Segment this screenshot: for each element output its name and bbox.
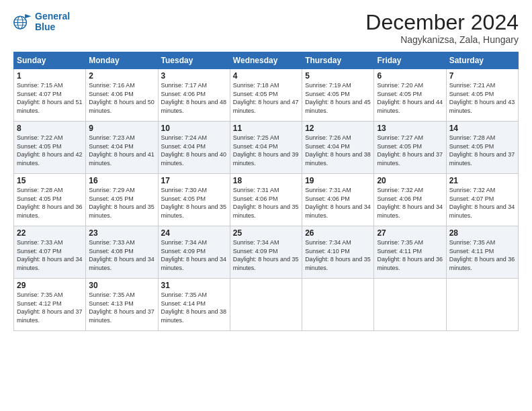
header: General Blue December 2024 Nagykanizsa, … [13, 11, 519, 45]
day-cell-29: 29 Sunrise: 7:35 AMSunset: 4:12 PMDaylig… [14, 279, 86, 331]
cell-info: Sunrise: 7:25 AMSunset: 4:04 PMDaylight:… [233, 134, 299, 167]
cell-info: Sunrise: 7:32 AMSunset: 4:07 PMDaylight:… [449, 187, 515, 219]
day-cell-15: 15 Sunrise: 7:28 AMSunset: 4:05 PMDaylig… [14, 174, 86, 226]
cell-info: Sunrise: 7:34 AMSunset: 4:09 PMDaylight:… [233, 239, 299, 271]
week-row-1: 1 Sunrise: 7:15 AMSunset: 4:07 PMDayligh… [14, 69, 519, 122]
day-cell-31: 31 Sunrise: 7:35 AMSunset: 4:14 PMDaylig… [158, 279, 230, 331]
day-number: 23 [89, 228, 154, 238]
col-header-sunday: Sunday [14, 52, 86, 69]
day-cell-3: 3 Sunrise: 7:17 AMSunset: 4:06 PMDayligh… [158, 69, 230, 122]
day-number: 28 [449, 228, 515, 238]
day-number: 5 [305, 71, 371, 81]
day-number: 14 [449, 124, 515, 133]
empty-cell [446, 279, 518, 331]
cell-info: Sunrise: 7:35 AMSunset: 4:11 PMDaylight:… [449, 239, 515, 271]
day-number: 1 [17, 71, 83, 81]
day-cell-24: 24 Sunrise: 7:34 AMSunset: 4:09 PMDaylig… [158, 226, 230, 279]
day-cell-19: 19 Sunrise: 7:31 AMSunset: 4:06 PMDaylig… [302, 174, 374, 226]
day-cell-28: 28 Sunrise: 7:35 AMSunset: 4:11 PMDaylig… [446, 226, 518, 279]
day-number: 16 [89, 176, 154, 185]
cell-info: Sunrise: 7:32 AMSunset: 4:06 PMDaylight:… [377, 187, 443, 219]
day-cell-12: 12 Sunrise: 7:26 AMSunset: 4:04 PMDaylig… [302, 122, 374, 174]
day-number: 4 [233, 71, 299, 81]
day-number: 24 [161, 228, 227, 238]
cell-info: Sunrise: 7:28 AMSunset: 4:05 PMDaylight:… [449, 134, 515, 167]
cell-info: Sunrise: 7:15 AMSunset: 4:07 PMDaylight:… [17, 82, 83, 114]
day-number: 25 [233, 228, 299, 238]
day-number: 11 [233, 124, 299, 133]
empty-cell [302, 279, 374, 331]
cell-info: Sunrise: 7:22 AMSunset: 4:05 PMDaylight:… [17, 134, 83, 167]
day-cell-26: 26 Sunrise: 7:34 AMSunset: 4:10 PMDaylig… [302, 226, 374, 279]
day-cell-4: 4 Sunrise: 7:18 AMSunset: 4:05 PMDayligh… [230, 69, 302, 122]
day-number: 15 [17, 176, 83, 185]
day-cell-5: 5 Sunrise: 7:19 AMSunset: 4:05 PMDayligh… [302, 69, 374, 122]
logo-icon [13, 12, 32, 31]
day-number: 7 [449, 71, 515, 81]
day-number: 8 [17, 124, 83, 133]
day-cell-30: 30 Sunrise: 7:35 AMSunset: 4:13 PMDaylig… [86, 279, 158, 331]
col-header-wednesday: Wednesday [230, 52, 302, 69]
day-cell-21: 21 Sunrise: 7:32 AMSunset: 4:07 PMDaylig… [446, 174, 518, 226]
day-cell-2: 2 Sunrise: 7:16 AMSunset: 4:06 PMDayligh… [86, 69, 158, 122]
day-cell-18: 18 Sunrise: 7:31 AMSunset: 4:06 PMDaylig… [230, 174, 302, 226]
col-header-friday: Friday [374, 52, 446, 69]
cell-info: Sunrise: 7:34 AMSunset: 4:09 PMDaylight:… [161, 239, 227, 271]
day-number: 17 [161, 176, 227, 185]
cell-info: Sunrise: 7:35 AMSunset: 4:14 PMDaylight:… [161, 291, 227, 324]
day-cell-7: 7 Sunrise: 7:21 AMSunset: 4:05 PMDayligh… [446, 69, 518, 122]
day-cell-13: 13 Sunrise: 7:27 AMSunset: 4:05 PMDaylig… [374, 122, 446, 174]
empty-cell [374, 279, 446, 331]
day-number: 2 [89, 71, 154, 81]
col-header-monday: Monday [86, 52, 158, 69]
cell-info: Sunrise: 7:19 AMSunset: 4:05 PMDaylight:… [305, 82, 371, 114]
cell-info: Sunrise: 7:23 AMSunset: 4:04 PMDaylight:… [89, 134, 154, 167]
day-cell-10: 10 Sunrise: 7:24 AMSunset: 4:04 PMDaylig… [158, 122, 230, 174]
day-cell-6: 6 Sunrise: 7:20 AMSunset: 4:05 PMDayligh… [374, 69, 446, 122]
cell-info: Sunrise: 7:35 AMSunset: 4:11 PMDaylight:… [377, 239, 443, 271]
location-subtitle: Nagykanizsa, Zala, Hungary [365, 34, 519, 45]
cell-info: Sunrise: 7:31 AMSunset: 4:06 PMDaylight:… [233, 187, 299, 219]
cell-info: Sunrise: 7:18 AMSunset: 4:05 PMDaylight:… [233, 82, 299, 114]
day-number: 21 [449, 176, 515, 185]
day-cell-17: 17 Sunrise: 7:30 AMSunset: 4:05 PMDaylig… [158, 174, 230, 226]
day-cell-9: 9 Sunrise: 7:23 AMSunset: 4:04 PMDayligh… [86, 122, 158, 174]
cell-info: Sunrise: 7:26 AMSunset: 4:04 PMDaylight:… [305, 134, 371, 167]
day-number: 13 [377, 124, 443, 133]
logo-text: General Blue [35, 11, 70, 32]
day-number: 30 [89, 281, 154, 290]
week-row-4: 22 Sunrise: 7:33 AMSunset: 4:07 PMDaylig… [14, 226, 519, 279]
cell-info: Sunrise: 7:33 AMSunset: 4:07 PMDaylight:… [17, 239, 83, 271]
cell-info: Sunrise: 7:24 AMSunset: 4:04 PMDaylight:… [161, 134, 227, 167]
cell-info: Sunrise: 7:35 AMSunset: 4:13 PMDaylight:… [89, 291, 154, 324]
week-row-2: 8 Sunrise: 7:22 AMSunset: 4:05 PMDayligh… [14, 122, 519, 174]
cell-info: Sunrise: 7:30 AMSunset: 4:05 PMDaylight:… [161, 187, 227, 219]
day-number: 20 [377, 176, 443, 185]
day-number: 6 [377, 71, 443, 81]
empty-cell [230, 279, 302, 331]
day-number: 29 [17, 281, 83, 290]
day-cell-27: 27 Sunrise: 7:35 AMSunset: 4:11 PMDaylig… [374, 226, 446, 279]
col-header-tuesday: Tuesday [158, 52, 230, 69]
day-number: 19 [305, 176, 371, 185]
day-number: 3 [161, 71, 227, 81]
cell-info: Sunrise: 7:31 AMSunset: 4:06 PMDaylight:… [305, 187, 371, 219]
cell-info: Sunrise: 7:35 AMSunset: 4:12 PMDaylight:… [17, 291, 83, 324]
day-cell-8: 8 Sunrise: 7:22 AMSunset: 4:05 PMDayligh… [14, 122, 86, 174]
cell-info: Sunrise: 7:34 AMSunset: 4:10 PMDaylight:… [305, 239, 371, 271]
cell-info: Sunrise: 7:28 AMSunset: 4:05 PMDaylight:… [17, 187, 83, 219]
cell-info: Sunrise: 7:21 AMSunset: 4:05 PMDaylight:… [449, 82, 515, 114]
month-title: December 2024 [365, 11, 519, 34]
day-cell-11: 11 Sunrise: 7:25 AMSunset: 4:04 PMDaylig… [230, 122, 302, 174]
col-header-saturday: Saturday [446, 52, 518, 69]
col-header-thursday: Thursday [302, 52, 374, 69]
day-number: 22 [17, 228, 83, 238]
cell-info: Sunrise: 7:20 AMSunset: 4:05 PMDaylight:… [377, 82, 443, 114]
day-number: 18 [233, 176, 299, 185]
day-number: 26 [305, 228, 371, 238]
day-cell-16: 16 Sunrise: 7:29 AMSunset: 4:05 PMDaylig… [86, 174, 158, 226]
day-cell-20: 20 Sunrise: 7:32 AMSunset: 4:06 PMDaylig… [374, 174, 446, 226]
day-cell-23: 23 Sunrise: 7:33 AMSunset: 4:08 PMDaylig… [86, 226, 158, 279]
day-cell-25: 25 Sunrise: 7:34 AMSunset: 4:09 PMDaylig… [230, 226, 302, 279]
cell-info: Sunrise: 7:17 AMSunset: 4:06 PMDaylight:… [161, 82, 227, 114]
